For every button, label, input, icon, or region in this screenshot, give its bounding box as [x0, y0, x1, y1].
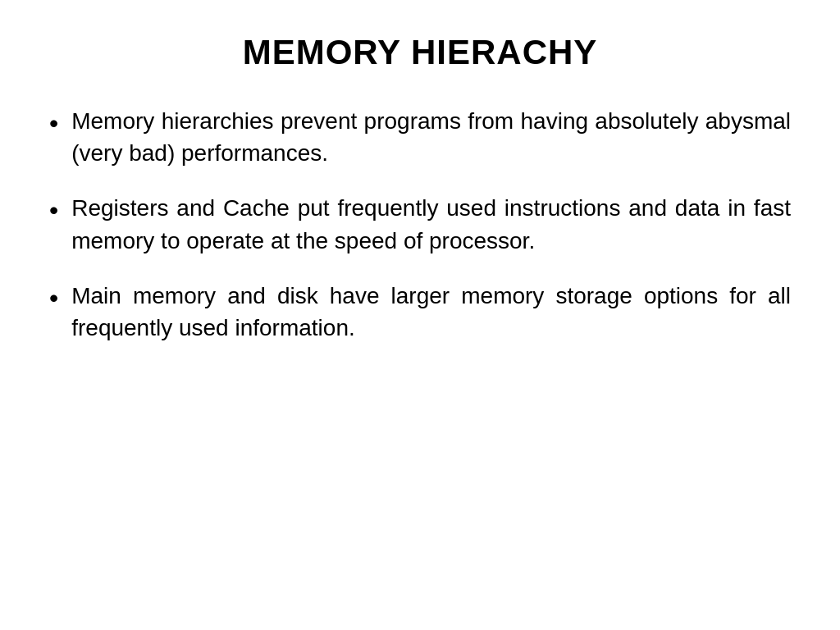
bullet-item-1: • Memory hierarchies prevent programs fr…	[49, 105, 791, 169]
page-title: MEMORY HIERACHY	[243, 33, 598, 72]
bullet-dot-1: •	[49, 107, 58, 141]
bullet-dot-3: •	[49, 281, 58, 316]
bullet-text-2: Registers and Cache put frequently used …	[71, 192, 791, 256]
content-area: • Memory hierarchies prevent programs fr…	[49, 105, 791, 344]
bullet-dot-2: •	[49, 194, 58, 228]
bullet-text-3: Main memory and disk have larger memory …	[71, 280, 791, 344]
bullet-item-3: • Main memory and disk have larger memor…	[49, 280, 791, 344]
bullet-text-1: Memory hierarchies prevent programs from…	[71, 105, 791, 169]
bullet-item-2: • Registers and Cache put frequently use…	[49, 192, 791, 256]
